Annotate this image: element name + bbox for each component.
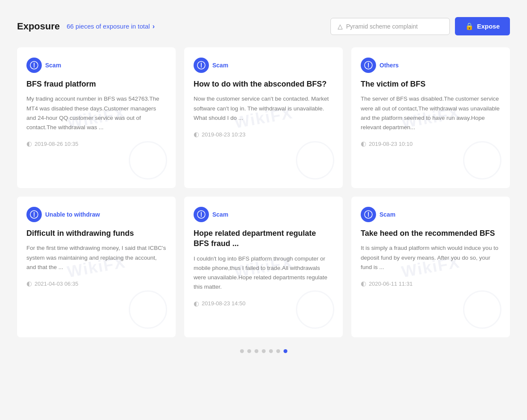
clock-icon: ◐ [26, 140, 32, 148]
card-title: How to do with the absconded BFS? [194, 79, 333, 89]
card-item[interactable]: WikiFX Others The victim of BFS The serv… [351, 47, 510, 188]
badge-label: Scam [212, 62, 228, 69]
page-container: Exposure 66 pieces of exposure in total … [0, 9, 527, 362]
card-content: Scam Hope related department regulate BF… [194, 207, 333, 307]
badge-label: Scam [379, 211, 395, 218]
expose-button[interactable]: 🔒 Expose [455, 17, 510, 35]
badge-avatar [194, 58, 209, 73]
clock-icon: ◐ [194, 130, 199, 138]
card-body: For the first time withdrawing money, I … [26, 243, 166, 272]
badge-avatar [26, 207, 42, 222]
card-body: My trading account number in BFS was 542… [26, 94, 166, 132]
card-item[interactable]: WikiFX Scam Hope related department regu… [184, 197, 343, 337]
pagination-dot[interactable] [247, 349, 251, 353]
clock-icon: ◐ [361, 280, 366, 287]
card-badge: Scam [194, 207, 228, 222]
pagination-dot[interactable] [240, 349, 244, 353]
card-date-text: 2019-08-23 10:10 [369, 141, 413, 147]
expose-btn-label: Expose [477, 23, 500, 30]
card-title: BFS fraud platform [26, 79, 166, 89]
exposure-count-text: 66 pieces of exposure in total [67, 22, 150, 31]
pagination-dot[interactable] [269, 349, 273, 353]
card-badge: Scam [194, 58, 228, 73]
card-date: ◐ 2019-08-26 10:35 [26, 140, 166, 148]
card-badge: Scam [26, 58, 61, 73]
card-content: Others The victim of BFS The server of B… [361, 58, 501, 148]
card-content: Unable to withdraw Difficult in withdraw… [26, 207, 166, 287]
chevron-right-icon: › [152, 23, 154, 30]
badge-avatar [361, 207, 376, 222]
badge-avatar [194, 207, 209, 222]
card-body: The server of BFS was disabled.The custo… [361, 94, 501, 132]
card-content: Scam How to do with the absconded BFS? N… [194, 58, 333, 138]
pagination-dot[interactable] [255, 349, 258, 353]
card-body: I couldn't log into BFS platform through… [194, 254, 333, 292]
card-item[interactable]: WikiFX Scam How to do with the absconded… [184, 47, 343, 188]
clock-icon: ◐ [361, 140, 366, 148]
complaint-input[interactable]: △ Pyramid scheme complaint [330, 18, 450, 35]
watermark-circle [129, 290, 167, 329]
exposure-count[interactable]: 66 pieces of exposure in total › [67, 22, 154, 31]
badge-label: Others [379, 62, 399, 69]
card-date-text: 2019-08-23 14:50 [202, 300, 246, 307]
card-date: ◐ 2020-06-11 11:31 [361, 280, 501, 287]
card-date: ◐ 2019-08-23 10:23 [194, 130, 333, 138]
badge-label: Unable to withdraw [45, 211, 100, 218]
card-content: Scam BFS fraud platform My trading accou… [26, 58, 166, 148]
pagination [17, 349, 510, 353]
card-title: Difficult in withdrawing funds [26, 228, 166, 238]
pagination-dot[interactable] [284, 349, 287, 353]
header-right: △ Pyramid scheme complaint 🔒 Expose [330, 17, 510, 35]
card-badge: Unable to withdraw [26, 207, 100, 222]
card-body: Now the customer service can't be contac… [194, 94, 333, 123]
card-content: Scam Take heed on the recommended BFS It… [361, 207, 501, 287]
card-item[interactable]: WikiFX Unable to withdraw Difficult in w… [17, 197, 176, 337]
card-item[interactable]: WikiFX Scam Take heed on the recommended… [351, 197, 510, 337]
card-date: ◐ 2019-08-23 14:50 [194, 300, 333, 307]
clock-icon: ◐ [26, 280, 32, 287]
card-date-text: 2019-08-23 10:23 [202, 131, 246, 138]
pagination-dot[interactable] [262, 349, 266, 353]
expose-btn-icon: 🔒 [465, 22, 474, 30]
card-body: It is simply a fraud platform which woul… [361, 243, 501, 272]
badge-avatar [26, 58, 42, 73]
card-date-text: 2019-08-26 10:35 [35, 141, 78, 147]
badge-label: Scam [45, 62, 61, 69]
header: Exposure 66 pieces of exposure in total … [17, 17, 510, 35]
card-badge: Scam [361, 207, 395, 222]
card-date: ◐ 2021-04-03 06:35 [26, 280, 166, 287]
card-title: Hope related department regulate BFS fra… [194, 228, 333, 249]
card-date-text: 2020-06-11 11:31 [369, 281, 413, 287]
badge-label: Scam [212, 211, 228, 218]
card-title: The victim of BFS [361, 79, 501, 89]
header-left: Exposure 66 pieces of exposure in total … [17, 21, 155, 32]
watermark-circle [463, 290, 501, 329]
cards-grid: WikiFX Scam BFS fraud platform My tradin… [17, 47, 510, 337]
card-item[interactable]: WikiFX Scam BFS fraud platform My tradin… [17, 47, 176, 188]
card-badge: Others [361, 58, 399, 73]
badge-avatar [361, 58, 376, 73]
card-date-text: 2021-04-03 06:35 [35, 281, 78, 287]
complaint-placeholder: Pyramid scheme complaint [346, 23, 418, 30]
watermark-circle [296, 141, 334, 180]
exposure-label: Exposure [17, 21, 60, 32]
clock-icon: ◐ [194, 300, 199, 307]
card-title: Take heed on the recommended BFS [361, 228, 501, 238]
pagination-dot[interactable] [276, 349, 280, 353]
card-date: ◐ 2019-08-23 10:10 [361, 140, 501, 148]
warning-icon: △ [338, 23, 343, 30]
